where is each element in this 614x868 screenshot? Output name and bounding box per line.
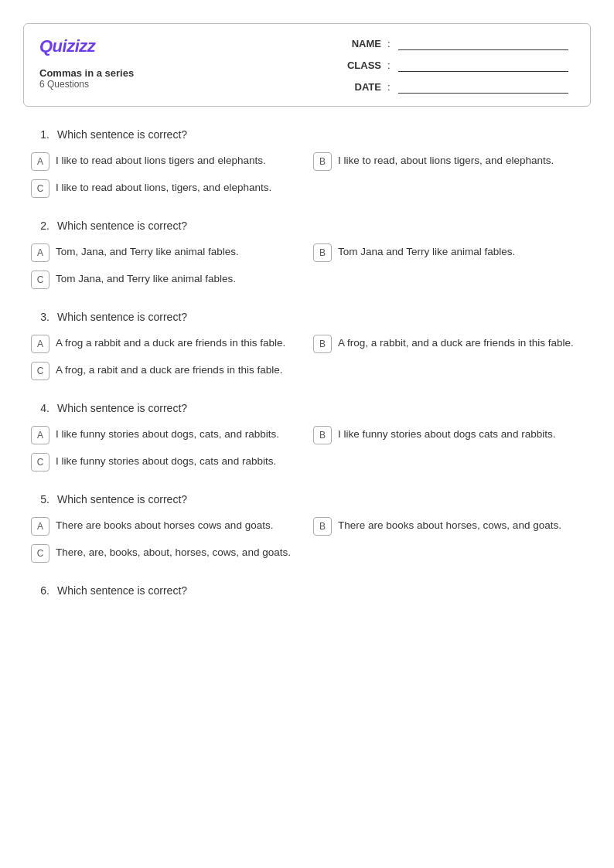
name-input-line[interactable] (398, 36, 568, 50)
answer-badge-5-A: A (31, 517, 49, 536)
answers-grid-5: AThere are books about horses cows and g… (31, 516, 583, 563)
answer-text-4-A: I like funny stories about dogs, cats, a… (56, 425, 279, 442)
answer-placeholder-5 (313, 543, 583, 563)
answer-text-1-B: I like to read, about lions tigers, and … (338, 151, 554, 168)
answers-grid-2: ATom, Jana, and Terry like animal fables… (31, 243, 583, 289)
question-text-3: Which sentence is correct? (57, 311, 187, 323)
answers-grid-1: AI like to read about lions tigers and e… (31, 151, 583, 198)
answer-badge-2-A: A (31, 243, 49, 262)
question-2: 2.Which sentence is correct?ATom, Jana, … (31, 220, 583, 289)
question-6: 6.Which sentence is correct? (31, 584, 583, 597)
answer-item-5-A: AThere are books about horses cows and g… (31, 516, 301, 536)
question-header-5: 5.Which sentence is correct? (31, 493, 583, 505)
answer-item-1-B: BI like to read, about lions tigers, and… (313, 151, 583, 171)
answer-badge-4-C: C (31, 453, 49, 471)
question-number-5: 5. (31, 493, 49, 505)
question-number-4: 4. (31, 402, 49, 414)
question-text-5: Which sentence is correct? (57, 493, 187, 505)
answer-placeholder-4 (313, 452, 583, 471)
date-label: DATE (343, 81, 381, 93)
question-header-1: 1.Which sentence is correct? (31, 128, 583, 141)
answer-badge-3-B: B (313, 335, 332, 353)
answer-text-2-A: Tom, Jana, and Terry like animal fables. (56, 243, 239, 260)
answer-item-1-A: AI like to read about lions tigers and e… (31, 151, 301, 171)
question-header-6: 6.Which sentence is correct? (31, 584, 583, 597)
question-text-4: Which sentence is correct? (57, 402, 187, 414)
answer-badge-4-A: A (31, 426, 49, 444)
logo: Quizizz (39, 36, 134, 56)
answer-item-4-C: CI like funny stories about dogs, cats a… (31, 452, 301, 471)
answer-text-2-C: Tom Jana, and Terry like animal fables. (56, 270, 236, 287)
answer-item-4-A: AI like funny stories about dogs, cats, … (31, 425, 301, 444)
answer-badge-5-B: B (313, 517, 332, 536)
answer-text-5-B: There are books about horses, cows, and … (338, 516, 561, 533)
question-3: 3.Which sentence is correct?AA frog a ra… (31, 311, 583, 380)
answer-badge-4-B: B (313, 426, 332, 444)
answer-text-5-A: There are books about horses cows and go… (56, 516, 273, 533)
answer-badge-1-C: C (31, 179, 49, 198)
answer-badge-1-B: B (313, 152, 332, 171)
answer-badge-2-B: B (313, 243, 332, 262)
answer-text-5-C: There, are, books, about, horses, cows, … (56, 543, 291, 560)
question-1: 1.Which sentence is correct?AI like to r… (31, 128, 583, 198)
question-header-3: 3.Which sentence is correct? (31, 311, 583, 323)
class-label: CLASS (343, 60, 381, 71)
answers-grid-3: AA frog a rabbit and a duck are friends … (31, 334, 583, 380)
question-text-1: Which sentence is correct? (57, 128, 187, 141)
answer-placeholder-1 (313, 179, 583, 198)
question-number-1: 1. (31, 128, 49, 141)
answer-text-1-C: I like to read about lions, tigers, and … (56, 179, 271, 196)
question-text-6: Which sentence is correct? (57, 584, 187, 597)
answer-item-3-C: CA frog, a rabit and a duck are friends … (31, 361, 301, 380)
answer-item-4-B: BI like funny stories about dogs cats an… (313, 425, 583, 444)
answer-badge-5-C: C (31, 544, 49, 563)
question-number-2: 2. (31, 220, 49, 232)
answer-text-3-A: A frog a rabbit and a duck are friends i… (56, 334, 285, 351)
answer-badge-2-C: C (31, 271, 49, 289)
date-input-line[interactable] (398, 80, 568, 94)
question-text-2: Which sentence is correct? (57, 220, 187, 232)
class-field-row: CLASS : (343, 58, 575, 72)
answer-item-2-B: BTom Jana and Terry like animal fables. (313, 243, 583, 262)
answer-item-5-C: CThere, are, books, about, horses, cows,… (31, 543, 301, 563)
answers-grid-4: AI like funny stories about dogs, cats, … (31, 425, 583, 471)
header-left: Quizizz Commas in a series 6 Questions (39, 36, 134, 90)
answer-text-2-B: Tom Jana and Terry like animal fables. (338, 243, 515, 260)
questions-section: 1.Which sentence is correct?AI like to r… (23, 128, 591, 597)
answer-badge-3-C: C (31, 362, 49, 380)
logo-text: Quizizz (39, 36, 95, 56)
class-input-line[interactable] (398, 58, 568, 72)
answer-item-2-A: ATom, Jana, and Terry like animal fables… (31, 243, 301, 262)
answer-text-4-C: I like funny stories about dogs, cats an… (56, 452, 276, 469)
answer-text-3-C: A frog, a rabit and a duck are friends i… (56, 361, 282, 378)
answer-item-3-B: BA frog, a rabbit, and a duck are friend… (313, 334, 583, 353)
question-number-3: 3. (31, 311, 49, 323)
answer-item-1-C: CI like to read about lions, tigers, and… (31, 179, 301, 198)
quiz-subtitle: 6 Questions (39, 79, 134, 90)
question-number-6: 6. (31, 584, 49, 597)
answer-badge-3-A: A (31, 335, 49, 353)
name-field-row: NAME : (343, 36, 575, 50)
date-field-row: DATE : (343, 80, 575, 94)
answer-badge-1-A: A (31, 152, 49, 171)
question-4: 4.Which sentence is correct?AI like funn… (31, 402, 583, 471)
answer-placeholder-3 (313, 361, 583, 380)
answer-text-1-A: I like to read about lions tigers and el… (56, 151, 266, 168)
answer-item-2-C: CTom Jana, and Terry like animal fables. (31, 270, 301, 289)
answer-text-4-B: I like funny stories about dogs cats and… (338, 425, 555, 442)
question-5: 5.Which sentence is correct?AThere are b… (31, 493, 583, 563)
header: Quizizz Commas in a series 6 Questions N… (23, 23, 591, 107)
question-header-4: 4.Which sentence is correct? (31, 402, 583, 414)
question-header-2: 2.Which sentence is correct? (31, 220, 583, 232)
answer-item-3-A: AA frog a rabbit and a duck are friends … (31, 334, 301, 353)
answer-text-3-B: A frog, a rabbit, and a duck are friends… (338, 334, 574, 351)
header-right: NAME : CLASS : DATE : (343, 36, 575, 94)
answer-placeholder-2 (313, 270, 583, 289)
name-label: NAME (343, 38, 381, 49)
answer-item-5-B: BThere are books about horses, cows, and… (313, 516, 583, 536)
quiz-title: Commas in a series (39, 67, 134, 79)
